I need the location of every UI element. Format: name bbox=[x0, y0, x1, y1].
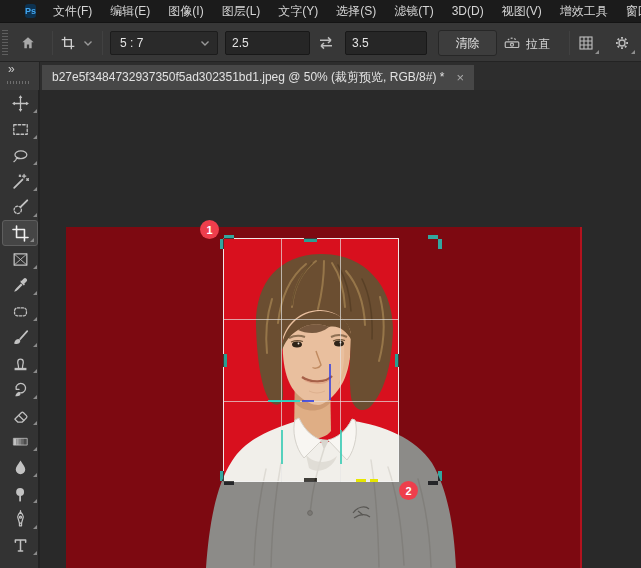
menu-item[interactable]: 3D(D) bbox=[443, 0, 493, 22]
grid-artifact bbox=[281, 430, 283, 464]
grid-overlay-more-icon bbox=[595, 50, 599, 54]
level-straighten-icon[interactable] bbox=[503, 34, 521, 52]
gear-more-icon bbox=[631, 50, 635, 54]
photoshop-window: Ps 文件(F)编辑(E)图像(I)图层(L)文字(Y)选择(S)滤镜(T)3D… bbox=[0, 0, 641, 568]
tool-brush-icon[interactable] bbox=[0, 324, 40, 350]
tool-clone-stamp-icon[interactable] bbox=[0, 350, 40, 376]
separator bbox=[569, 31, 570, 55]
menu-bar: Ps 文件(F)编辑(E)图像(I)图层(L)文字(Y)选择(S)滤镜(T)3D… bbox=[0, 0, 641, 22]
crop-shield-left bbox=[66, 238, 223, 482]
tool-history-brush-icon[interactable] bbox=[0, 376, 40, 402]
separator bbox=[52, 31, 53, 55]
chevron-down-icon[interactable] bbox=[83, 40, 93, 47]
subtool-triangle-icon bbox=[33, 369, 37, 373]
grid-artifact bbox=[356, 479, 366, 482]
menu-item[interactable]: 图像(I) bbox=[159, 0, 212, 22]
tool-lasso-icon[interactable] bbox=[0, 142, 40, 168]
subtool-triangle-icon bbox=[33, 421, 37, 425]
subtool-triangle-icon bbox=[33, 265, 37, 269]
menu-item[interactable]: 视图(V) bbox=[493, 0, 551, 22]
crop-height-input[interactable] bbox=[345, 31, 427, 55]
tool-gradient-icon[interactable] bbox=[0, 428, 40, 454]
subtool-triangle-icon bbox=[33, 213, 37, 217]
annotation-marker-2: 2 bbox=[399, 481, 418, 500]
clear-button[interactable]: 清除 bbox=[438, 30, 497, 56]
crop-handle-bottom-right[interactable] bbox=[438, 471, 442, 485]
subtool-triangle-icon bbox=[33, 395, 37, 399]
menu-item[interactable]: 编辑(E) bbox=[101, 0, 159, 22]
document-tab-title: b27e5f3484732937350f5ad302351bd1.jpeg @ … bbox=[52, 69, 444, 86]
home-icon[interactable] bbox=[20, 35, 36, 51]
subtool-triangle-icon bbox=[33, 447, 37, 451]
tool-pen-icon[interactable] bbox=[0, 506, 40, 532]
tool-magic-wand-icon[interactable] bbox=[0, 168, 40, 194]
crop-handle-left[interactable] bbox=[223, 354, 227, 367]
gear-settings-icon[interactable] bbox=[613, 34, 631, 52]
subtool-triangle-icon bbox=[30, 238, 34, 242]
canvas-area: 1 2 bbox=[40, 90, 641, 568]
double-chevron-icon[interactable]: » bbox=[8, 62, 14, 76]
menu-bar-items: 文件(F)编辑(E)图像(I)图层(L)文字(Y)选择(S)滤镜(T)3D(D)… bbox=[44, 0, 641, 22]
subtool-triangle-icon bbox=[33, 109, 37, 113]
straighten-label[interactable]: 拉直 bbox=[526, 36, 550, 53]
crop-handle-top-left[interactable] bbox=[220, 235, 224, 249]
tool-healing-patch-icon[interactable] bbox=[0, 298, 40, 324]
tool-type-icon[interactable] bbox=[0, 532, 40, 558]
image-right-edge bbox=[580, 227, 582, 568]
close-icon[interactable]: × bbox=[456, 70, 464, 85]
menu-item[interactable]: 选择(S) bbox=[327, 0, 385, 22]
crop-tool-icon bbox=[60, 35, 76, 51]
crop-handle-right[interactable] bbox=[395, 354, 399, 367]
crop-handle-bottom-left[interactable] bbox=[220, 471, 224, 485]
grid-artifact bbox=[340, 430, 342, 464]
grid-overlay-icon[interactable] bbox=[577, 34, 595, 52]
tool-selection-brush-icon[interactable] bbox=[0, 194, 40, 220]
tool-crop-icon[interactable] bbox=[2, 220, 38, 246]
menu-item[interactable]: 增效工具 bbox=[551, 0, 617, 22]
document-tab[interactable]: b27e5f3484732937350f5ad302351bd1.jpeg @ … bbox=[42, 65, 474, 90]
crop-handle-top-right[interactable] bbox=[438, 235, 442, 249]
swap-dimensions-icon[interactable] bbox=[318, 36, 334, 50]
tool-rectangular-marquee-icon[interactable] bbox=[0, 116, 40, 142]
crop-box[interactable] bbox=[223, 238, 399, 482]
crop-options-bar: 5 : 7 清除 拉直 bbox=[0, 22, 641, 62]
subtool-triangle-icon bbox=[33, 473, 37, 477]
menu-item[interactable]: 文件(F) bbox=[44, 0, 101, 22]
tool-eyedropper-icon[interactable] bbox=[0, 272, 40, 298]
menu-item[interactable]: 文字(Y) bbox=[269, 0, 327, 22]
grid-artifact bbox=[370, 479, 378, 482]
crop-shield-right bbox=[399, 238, 582, 482]
grid-artifact bbox=[329, 364, 331, 400]
subtool-triangle-icon bbox=[33, 161, 37, 165]
crop-shield-top bbox=[66, 227, 582, 238]
subtool-triangle-icon bbox=[33, 317, 37, 321]
menu-item[interactable]: 滤镜(T) bbox=[385, 0, 442, 22]
tool-move-icon[interactable] bbox=[0, 90, 40, 116]
document-tab-bar: » b27e5f3484732937350f5ad302351bd1.jpeg … bbox=[0, 62, 641, 90]
menu-item[interactable]: 图层(L) bbox=[213, 0, 270, 22]
menu-item[interactable]: 窗口(W) bbox=[617, 0, 641, 22]
toolbar-header: » bbox=[0, 62, 40, 90]
crop-shield-bottom bbox=[66, 482, 582, 568]
subtool-triangle-icon bbox=[33, 343, 37, 347]
photoshop-logo-icon: Ps bbox=[25, 4, 36, 18]
crop-handle-bottom[interactable] bbox=[304, 478, 317, 482]
toolbar-grip-dots[interactable] bbox=[7, 81, 31, 84]
main-area: 1 2 bbox=[0, 90, 641, 568]
crop-handle-top[interactable] bbox=[304, 238, 317, 242]
subtool-triangle-icon bbox=[33, 525, 37, 529]
separator bbox=[102, 31, 103, 55]
subtool-triangle-icon bbox=[33, 291, 37, 295]
tool-blur-icon[interactable] bbox=[0, 454, 40, 480]
tool-eraser-icon[interactable] bbox=[0, 402, 40, 428]
grid-artifact bbox=[268, 400, 300, 402]
tool-dodge-icon[interactable] bbox=[0, 480, 40, 506]
chevron-down-icon bbox=[200, 36, 210, 50]
crop-width-input[interactable] bbox=[225, 31, 310, 55]
subtool-triangle-icon bbox=[33, 187, 37, 191]
grid-artifact bbox=[302, 400, 314, 402]
tool-bar bbox=[0, 90, 40, 568]
tool-frame-icon[interactable] bbox=[0, 246, 40, 272]
options-bar-grip[interactable] bbox=[2, 30, 8, 56]
aspect-ratio-select[interactable]: 5 : 7 bbox=[110, 31, 218, 55]
